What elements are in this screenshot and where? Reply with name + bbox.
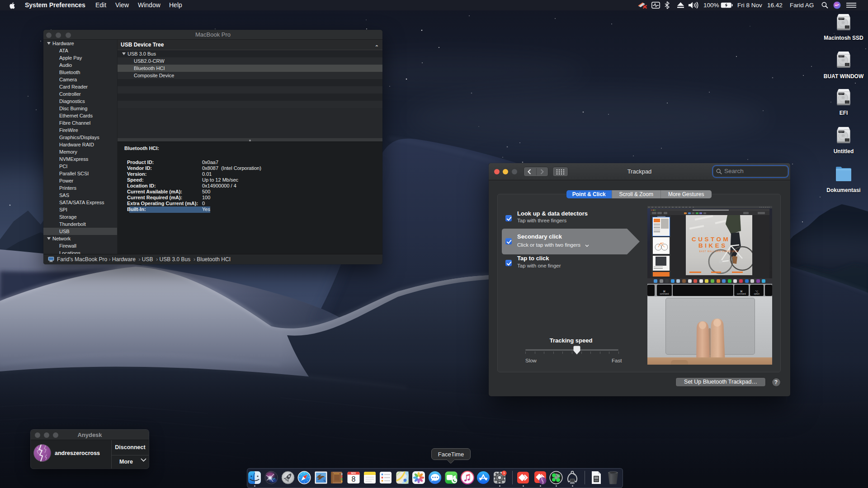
svg-text:EAST MALL SAN FRANCISCO: EAST MALL SAN FRANCISCO [699, 250, 738, 253]
svg-text:NOV: NOV [351, 472, 356, 474]
svg-text:BIKES: BIKES [698, 242, 727, 249]
svg-text:8: 8 [352, 475, 356, 483]
svg-text:1: 1 [503, 471, 505, 475]
svg-text:CUSTOM: CUSTOM [692, 236, 730, 243]
